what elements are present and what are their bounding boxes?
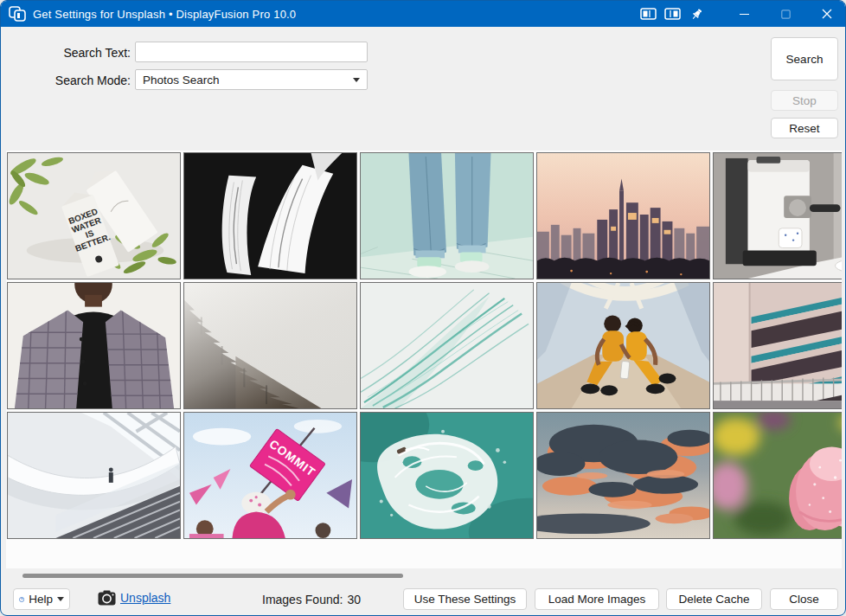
stop-button[interactable]: Stop [771,90,838,111]
unsplash-link[interactable]: Unsplash [120,591,170,605]
search-mode-select[interactable]: Photos Search [135,69,368,90]
thumbnail-spiral-staircase[interactable] [7,412,181,539]
minimize-button[interactable] [731,1,757,27]
thumbnail-foggy-forest[interactable] [183,282,357,409]
search-mode-value: Photos Search [143,74,353,87]
scrollbar-thumb[interactable] [22,574,403,578]
thumbnail-athletes-bridge[interactable] [536,282,710,409]
thumbnail-jeans[interactable] [360,152,534,279]
search-text-input[interactable] [135,42,368,62]
thumbnail-sunset-clouds[interactable] [536,412,710,539]
delete-cache-button[interactable]: Delete Cache [666,588,762,610]
use-these-settings-button[interactable]: Use These Settings [403,588,527,610]
images-found-count: 30 [347,593,361,606]
horizontal-scrollbar[interactable] [6,569,842,583]
dialog-window: Get Settings for Unsplash • DisplayFusio… [0,0,846,616]
maximize-button [772,1,798,27]
close-button[interactable] [814,1,840,27]
thumbnail-teal-waves[interactable] [360,282,534,409]
chevron-down-icon [353,78,360,82]
help-button[interactable]: ? Help [13,588,70,610]
close-dialog-button[interactable]: Close [770,588,838,610]
help-label: Help [29,593,53,606]
chevron-down-icon [57,597,64,601]
svg-text:?: ? [21,598,23,601]
thumbnail-boxed-water[interactable]: BOXED WATER IS BETTER. [7,152,181,279]
help-icon: ? [19,593,24,606]
search-button[interactable]: Search [771,37,838,80]
reset-button[interactable]: Reset [771,118,838,138]
camera-icon [98,590,116,606]
thumbnail-city-skyline[interactable] [536,152,710,279]
images-found-label: Images Found: [262,593,343,606]
search-text-label: Search Text: [1,46,131,60]
thumbnail-pink-tulip[interactable] [713,412,842,539]
thumbnail-coffee-machine[interactable] [713,152,842,279]
thumbnail-commit-flag[interactable]: COMMIT [183,412,357,539]
results-panel: BOXED WATER IS BETTER. [6,151,842,568]
thumbnail-paint-strokes[interactable] [183,152,357,279]
displayfusion-logo-icon [9,6,26,22]
title-bar[interactable]: Get Settings for Unsplash • DisplayFusio… [1,1,845,27]
thumbnail-plaid-jacket[interactable] [7,282,181,409]
move-to-monitor-left-icon[interactable] [636,1,660,27]
thumbnail-ocean-surf[interactable] [360,412,534,539]
image-grid: BOXED WATER IS BETTER. [7,152,842,539]
move-to-monitor-right-icon[interactable] [660,1,684,27]
window-title: Get Settings for Unsplash • DisplayFusio… [33,8,296,21]
pin-window-icon[interactable] [684,1,708,27]
load-more-images-button[interactable]: Load More Images [535,588,659,610]
thumbnail-exterior-stairs[interactable] [713,282,842,409]
search-mode-label: Search Mode: [1,74,131,87]
images-found-status: Images Found: 30 [262,593,361,606]
